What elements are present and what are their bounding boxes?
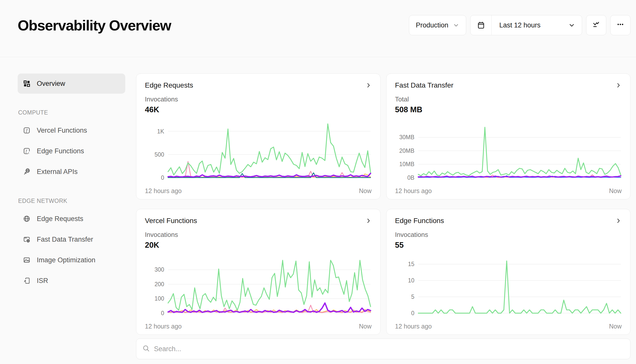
search-input[interactable] [154,345,624,353]
sidebar-item-label: Edge Requests [37,215,83,223]
svg-text:500: 500 [154,151,164,158]
time-range-selector[interactable]: Last 12 hours [470,15,582,35]
fast-data-transfer-chart[interactable]: 0B10MB20MB30MB [395,121,622,185]
card-edge-functions: Edge Functions Invocations 55 051015 12 … [386,209,631,335]
line-chart-icon [592,20,600,30]
svg-text:20MB: 20MB [399,148,414,154]
line-chart-button[interactable] [586,15,606,35]
sidebar-item-label: Edge Functions [37,147,84,155]
card-title: Edge Requests [145,81,193,89]
external-api-icon [23,168,31,176]
more-options-button[interactable] [610,15,630,35]
header-controls: Production Last 12 hours [409,15,630,35]
chevron-right-icon[interactable] [365,82,372,89]
x-axis-end: Now [609,187,622,195]
sidebar-item-external-apis[interactable]: External APIs [18,161,125,182]
edge-requests-chart[interactable]: 05001K [145,121,372,185]
sidebar-item-label: Image Optimization [37,256,96,264]
metric-value: 20K [145,241,372,250]
chevron-right-icon[interactable] [615,217,622,224]
page-header: Observability Overview Production Last 1… [0,0,636,57]
sidebar: Overview COMPUTE ƒ Vercel Functions ƒ [18,74,125,359]
function-icon: ƒ [23,126,31,134]
sidebar-item-overview[interactable]: Overview [18,74,125,94]
metric-label: Total [395,95,622,103]
svg-text:10: 10 [408,277,415,284]
chevron-down-icon [453,22,459,28]
sidebar-item-edge-functions[interactable]: ƒ ε Edge Functions [18,141,125,161]
metric-value: 55 [395,241,622,250]
svg-text:0: 0 [411,310,414,317]
svg-text:300: 300 [154,266,164,273]
sidebar-item-edge-requests[interactable]: Edge Requests [18,208,125,229]
card-title: Fast Data Transfer [395,81,454,89]
globe-icon [23,215,31,223]
sidebar-section-compute: COMPUTE [18,109,125,116]
vercel-functions-chart[interactable]: 0100200300 [145,257,372,320]
metric-label: Invocations [145,231,372,239]
time-range-label: Last 12 hours [499,21,540,29]
svg-text:0: 0 [161,174,164,181]
data-transfer-icon [23,235,31,243]
page-title: Observability Overview [18,17,171,34]
sidebar-item-label: External APIs [37,168,78,176]
card-title: Vercel Functions [145,217,197,225]
chevron-right-icon[interactable] [365,217,372,224]
card-fast-data-transfer: Fast Data Transfer Total 508 MB 0B10MB20… [386,74,631,199]
environment-selector[interactable]: Production [409,15,466,35]
x-axis-start: 12 hours ago [395,187,432,195]
x-axis-end: Now [609,323,622,330]
sidebar-item-label: Overview [37,80,65,88]
sidebar-item-label: Fast Data Transfer [37,236,93,243]
svg-text:100: 100 [154,295,164,302]
isr-icon [23,277,31,285]
svg-text:ε: ε [28,152,29,154]
svg-text:0: 0 [161,310,164,317]
search-bar[interactable] [136,339,630,359]
svg-text:200: 200 [154,281,164,287]
sidebar-item-vercel-functions[interactable]: ƒ Vercel Functions [18,120,125,141]
edge-function-icon: ƒ ε [23,147,31,155]
grid-icon [23,80,31,88]
svg-text:15: 15 [408,261,415,268]
image-icon [23,256,31,264]
edge-functions-chart[interactable]: 051015 [395,257,622,320]
search-icon [142,345,150,353]
sidebar-item-isr[interactable]: ISR [18,270,125,291]
chevron-down-icon [568,22,575,29]
ellipsis-icon [616,20,624,30]
calendar-icon[interactable] [470,15,492,35]
sidebar-item-label: ISR [37,277,48,285]
card-edge-requests: Edge Requests Invocations 46K 05001K 12 … [136,74,380,199]
svg-text:30MB: 30MB [399,134,414,141]
metric-label: Invocations [395,231,622,239]
cards-grid: Edge Requests Invocations 46K 05001K 12 … [136,74,630,335]
content: Overview COMPUTE ƒ Vercel Functions ƒ [0,57,636,359]
sidebar-item-image-optimization[interactable]: Image Optimization [18,250,125,270]
chevron-right-icon[interactable] [615,82,622,89]
metric-value: 46K [145,105,372,114]
x-axis-start: 12 hours ago [145,187,182,195]
sidebar-section-edge-network: EDGE NETWORK [18,198,125,204]
svg-text:10MB: 10MB [399,161,414,168]
svg-text:5: 5 [411,294,414,300]
svg-text:0B: 0B [407,174,414,181]
sidebar-item-label: Vercel Functions [37,127,87,134]
main-panel: Edge Requests Invocations 46K 05001K 12 … [136,74,630,359]
svg-text:ƒ: ƒ [25,149,27,153]
sidebar-item-fast-data-transfer[interactable]: Fast Data Transfer [18,229,125,250]
metric-label: Invocations [145,95,372,103]
x-axis-end: Now [359,187,371,195]
metric-value: 508 MB [395,105,622,114]
svg-text:ƒ: ƒ [25,128,28,133]
x-axis-end: Now [359,323,371,330]
environment-label: Production [416,21,448,29]
x-axis-start: 12 hours ago [145,323,182,330]
x-axis-start: 12 hours ago [395,323,432,330]
svg-text:1K: 1K [157,128,164,135]
card-vercel-functions: Vercel Functions Invocations 20K 0100200… [136,209,380,335]
card-title: Edge Functions [395,217,444,225]
